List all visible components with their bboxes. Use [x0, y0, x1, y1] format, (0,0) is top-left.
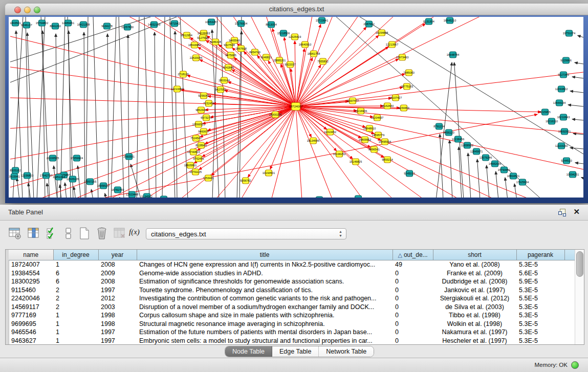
column-header-short[interactable]: short: [433, 250, 516, 260]
graph-node[interactable]: 8813054: [266, 21, 276, 28]
cell-pagerank[interactable]: 5.6E-5: [516, 269, 564, 278]
cell-filler[interactable]: [564, 294, 576, 303]
graph-node[interactable]: 13444134: [553, 100, 565, 106]
cell-pagerank[interactable]: 5.3E-5: [516, 337, 564, 345]
memory-status-icon[interactable]: [571, 361, 579, 369]
cell-in_degree[interactable]: 6: [53, 277, 98, 286]
cell-short[interactable]: Franke et al. (2009): [433, 269, 516, 278]
graph-node[interactable]: 8215955: [539, 109, 550, 115]
table-settings-icon[interactable]: [8, 227, 21, 240]
graph-node[interactable]: 15495934: [379, 139, 391, 145]
cell-short[interactable]: Tibbo et al. (1998): [433, 311, 516, 320]
close-panel-icon[interactable]: ✕: [573, 207, 580, 216]
cell-out_de...[interactable]: 0: [393, 294, 433, 303]
cell-in_degree[interactable]: 2: [53, 303, 98, 312]
graph-node[interactable]: 9245012: [404, 170, 415, 177]
cell-filler[interactable]: [564, 269, 576, 278]
graph-node[interactable]: 18775165: [401, 83, 413, 90]
graph-node[interactable]: 10653287: [205, 19, 217, 25]
cell-in_degree[interactable]: 1: [53, 337, 98, 345]
graph-node[interactable]: 17957255: [84, 179, 96, 185]
graph-node[interactable]: 15692971: [558, 128, 571, 135]
cell-title[interactable]: Embryonic stem cells: a model to study s…: [137, 337, 393, 345]
cell-short[interactable]: Dudbridge et al. (2008): [433, 277, 516, 286]
graph-node[interactable]: 16216110: [546, 118, 558, 124]
graph-node[interactable]: 15218506: [277, 30, 290, 36]
cell-pagerank[interactable]: 5.3E-5: [516, 320, 564, 329]
table-row[interactable]: 977716911998Corpus callosum shape and si…: [9, 311, 576, 320]
attribute-table[interactable]: namein_degreeyeartitle△ out_de...shortpa…: [9, 250, 576, 345]
cell-short[interactable]: de Silva et al. (2003): [433, 303, 516, 312]
graph-node[interactable]: 16640910: [299, 41, 311, 48]
column-select-icon[interactable]: [27, 227, 40, 240]
graph-node[interactable]: 9871542: [169, 20, 180, 27]
cell-filler[interactable]: [564, 277, 576, 286]
cell-filler[interactable]: [564, 286, 576, 295]
cell-year[interactable]: 2008: [98, 260, 137, 269]
graph-node[interactable]: 12489461: [62, 20, 74, 26]
graph-node[interactable]: 6973273: [201, 115, 211, 121]
cell-name[interactable]: 9465546: [9, 328, 53, 337]
cell-filler[interactable]: [564, 320, 576, 329]
graph-node[interactable]: 15793461: [498, 167, 510, 173]
cell-name[interactable]: 9115460: [9, 286, 53, 295]
cell-filler[interactable]: [564, 260, 576, 269]
graph-node[interactable]: 9456120: [443, 129, 454, 136]
cell-name[interactable]: 18300295: [9, 277, 53, 286]
graph-node[interactable]: 14652109: [148, 21, 160, 28]
graph-node[interactable]: 7955812: [317, 58, 328, 64]
table-row[interactable]: 946554611997Estimation of the future num…: [9, 328, 576, 337]
cell-pagerank[interactable]: 5.3E-5: [516, 303, 564, 312]
column-header-title[interactable]: title: [137, 250, 393, 260]
table-row[interactable]: 1938455462009Genome-wide association stu…: [9, 269, 576, 278]
graph-node[interactable]: 9634178: [101, 23, 112, 29]
graph-node[interactable]: 16648784: [447, 52, 459, 58]
cell-title[interactable]: Investigating the contribution of common…: [137, 294, 393, 303]
graph-node[interactable]: 16845210: [444, 17, 456, 24]
graph-node[interactable]: 8791234: [433, 123, 444, 129]
graph-node[interactable]: 12156803: [21, 172, 33, 179]
network-graph[interactable]: 1843501924613715764802884126012489461164…: [9, 17, 583, 198]
table-mode-icon[interactable]: [62, 227, 75, 240]
graph-node[interactable]: 18605861: [184, 162, 197, 168]
window-titlebar[interactable]: citations_edges.txt: [5, 4, 588, 15]
graph-node[interactable]: 10238456: [452, 136, 464, 142]
cell-year[interactable]: 2009: [98, 269, 137, 278]
graph-node[interactable]: 9356782: [240, 178, 251, 184]
graph-node[interactable]: 12103160: [555, 143, 568, 149]
create-table-icon[interactable]: [78, 227, 91, 240]
cell-name[interactable]: 9777169: [9, 311, 53, 320]
graph-node[interactable]: 8454749: [249, 49, 260, 55]
cell-pagerank[interactable]: 5.5E-5: [516, 294, 564, 303]
cell-title[interactable]: Tourette syndrome. Phenomenology and cla…: [137, 286, 393, 295]
cell-filler[interactable]: [564, 303, 576, 312]
cell-filler[interactable]: [564, 337, 576, 345]
cell-out_de...[interactable]: 0: [393, 277, 433, 286]
cell-title[interactable]: Estimation of the future numbers of pati…: [137, 328, 393, 337]
cell-title[interactable]: Estimation of significance thresholds fo…: [137, 277, 393, 286]
cell-in_degree[interactable]: 1: [53, 328, 98, 337]
graph-node[interactable]: 9845123: [353, 195, 363, 198]
cell-in_degree[interactable]: 1: [53, 320, 98, 329]
graph-node[interactable]: 2718126: [178, 71, 188, 77]
cell-short[interactable]: Stergiakouli et al. (2012): [433, 294, 516, 303]
graph-node[interactable]: 16958107: [97, 183, 110, 189]
cell-year[interactable]: 1998: [98, 320, 137, 329]
column-header-name[interactable]: name: [9, 250, 53, 260]
graph-node[interactable]: 15134545: [307, 138, 319, 144]
graph-node[interactable]: 11007477: [346, 98, 359, 104]
graph-node[interactable]: 10694251: [567, 171, 579, 178]
graph-node[interactable]: 15723641: [316, 17, 328, 24]
table-row[interactable]: 946362711997Embryonic stem cells: a mode…: [9, 337, 576, 345]
cell-year[interactable]: 1998: [98, 311, 137, 320]
cell-pagerank[interactable]: 5.3E-5: [516, 260, 564, 269]
column-header-year[interactable]: year: [98, 250, 137, 260]
cell-year[interactable]: 1997: [98, 328, 137, 337]
graph-node[interactable]: 11093465: [313, 196, 325, 198]
cell-year[interactable]: 1997: [98, 286, 137, 295]
graph-node[interactable]: 16210643: [557, 114, 570, 120]
graph-node[interactable]: 12923448: [126, 191, 138, 198]
graph-node[interactable]: 9227349: [558, 72, 569, 78]
graph-node[interactable]: 9244510: [561, 158, 572, 164]
cell-name[interactable]: 18724007: [9, 260, 53, 269]
